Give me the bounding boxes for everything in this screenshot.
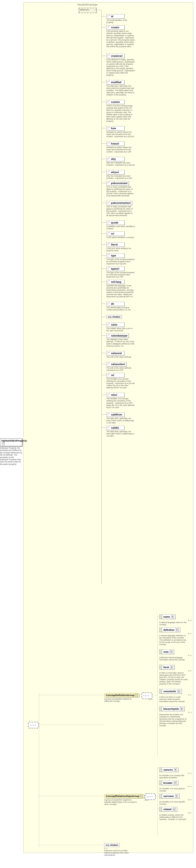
connector [157, 667, 159, 667]
attr-label: why [111, 158, 116, 160]
attr-head[interactable]: literal [106, 242, 125, 247]
elem-head[interactable]: narrower+ [159, 794, 179, 798]
attr-head[interactable]: valueunit [106, 351, 125, 355]
attr-icon [108, 281, 110, 283]
connector [101, 395, 106, 395]
attr-icon [108, 244, 110, 246]
attr-desc: If the attribute is empty, specifies whi… [106, 59, 135, 76]
elem-sameAs: sameAs+ 0..∞ An identifier of a concept … [159, 767, 192, 779]
attr-icon [108, 16, 110, 18]
attr-validto: validto The date (and, optionally, the t… [106, 426, 149, 437]
elem-head[interactable]: broader+ [159, 780, 178, 785]
root-element-name[interactable]: rightsInfoExtProperty− [0, 438, 22, 446]
attr-desc: A free-text value assigned as property v… [106, 247, 135, 252]
concept-definition-group[interactable]: ConceptDefinitionGroup− [104, 693, 139, 698]
attr-head[interactable]: validto [106, 426, 125, 430]
expand-icon[interactable]: + [175, 795, 178, 798]
attr-label: howuri [111, 142, 119, 145]
attr-desc: Why the metadata has been included - exp… [106, 162, 135, 166]
attr-head[interactable]: why [106, 157, 125, 161]
expand-icon[interactable]: + [174, 781, 177, 784]
concept-relationships-group[interactable]: ConceptRelationshipsGroup− [104, 794, 144, 798]
elem-stripe [160, 707, 162, 711]
elem-head[interactable]: facet+ [159, 665, 175, 670]
attr-desc: The date (and, optionally, the time) aft… [106, 431, 135, 437]
attr-label: pubconstraint [111, 182, 128, 185]
attr-head[interactable]: type [106, 253, 125, 258]
elem-head[interactable]: note+ [159, 649, 174, 654]
elem-hierarchyInfo: hierarchyInfo+ 0..∞ Represents the posit… [159, 707, 192, 727]
expand-icon[interactable]: + [171, 615, 174, 618]
elem-head[interactable]: remoteInfo+ [159, 689, 182, 693]
expand-icon[interactable]: + [176, 628, 179, 631]
attr-head[interactable]: dir [106, 302, 125, 306]
attr-head[interactable]: reluri [106, 393, 125, 397]
attr-desc: The date (and, optionally, the time) bef… [106, 417, 135, 424]
elem-card: 0..∞ [159, 711, 192, 713]
attr-head[interactable]: creatoruri [106, 54, 125, 58]
elem-stripe [160, 781, 162, 785]
expand-icon[interactable]: + [180, 707, 183, 710]
attr-label: literal [111, 243, 118, 246]
attr-head[interactable]: qcode [106, 220, 125, 225]
connector [101, 269, 106, 269]
attr-head[interactable]: howuri [106, 142, 125, 146]
expand-icon[interactable]: + [177, 690, 181, 693]
connector [157, 709, 159, 709]
connector [157, 691, 159, 691]
attr-head[interactable]: how [106, 126, 125, 130]
elem-head[interactable]: name+ [159, 614, 175, 619]
elem-desc: Additional natural language information … [159, 656, 188, 661]
attr-head[interactable]: id [106, 14, 125, 19]
attr-head[interactable]: pubconstrainturi [106, 201, 132, 205]
cdg-desc: A group of properites required to define… [104, 698, 137, 702]
elem-label: narrower [163, 795, 174, 798]
attr-head[interactable]: whyuri [106, 170, 125, 175]
attr-xml:lang: xml:lang Specifies the language of this … [106, 280, 149, 298]
elem-head[interactable]: related+ [159, 807, 177, 811]
elem-desc: In NAR 1.8 and later, facet is deprecate… [159, 672, 188, 685]
expand-icon[interactable]: + [170, 665, 173, 669]
attr-icon [108, 81, 110, 84]
attr-pubconstrainturi: pubconstrainturi One or many constraints… [106, 201, 149, 217]
expand-icon[interactable]: + [173, 808, 176, 811]
attr-head[interactable]: valueunituri [106, 362, 126, 366]
elem-label: note [163, 651, 169, 653]
attr-icon [108, 335, 110, 337]
attr-head[interactable]: typeuri [106, 267, 125, 271]
any-ns: ##other [110, 844, 118, 846]
attr-icon [108, 101, 110, 103]
attr-head[interactable]: validfrom [106, 412, 125, 417]
connector [157, 796, 159, 796]
elem-head[interactable]: hierarchyInfo+ [159, 707, 185, 711]
attr-head[interactable]: xml:lang [106, 280, 125, 284]
cdg-spine [157, 614, 158, 757]
attr-desc: The local identifier of the property. [106, 19, 135, 24]
connector [39, 695, 104, 695]
attr-head[interactable]: rel [106, 373, 125, 377]
attr-head[interactable]: uri [106, 231, 125, 236]
expand-icon[interactable]: + [170, 650, 173, 653]
elem-desc: An identifier of a more generic concept. [159, 788, 188, 792]
attr-head[interactable]: custom [106, 100, 125, 104]
attr-label: how [111, 127, 116, 130]
elem-head[interactable]: definition+ [159, 627, 180, 632]
connector [101, 255, 106, 256]
collapse-icon[interactable]: − [140, 795, 142, 798]
collapse-icon[interactable]: − [2, 442, 5, 445]
elem-head[interactable]: sameAs+ [159, 767, 178, 772]
connector [101, 172, 106, 172]
expand-icon[interactable]: + [174, 768, 177, 771]
attr-head[interactable]: pubconstraint [106, 181, 129, 185]
connector [101, 317, 106, 317]
attr-head[interactable]: value [106, 322, 125, 327]
attr-head[interactable]: creator [106, 25, 125, 30]
attr-icon [108, 394, 110, 396]
attr-head[interactable]: valuedatatype [106, 334, 129, 338]
collapse-icon[interactable]: − [135, 694, 138, 696]
attr-head[interactable]: modified [106, 80, 125, 85]
attr-desc: Indicates by which means the value was e… [106, 131, 135, 138]
attr-pubconstraint: pubconstraint One or many constraints th… [106, 181, 149, 197]
elem-related: related+ 0..∞ A related concept, where t… [159, 807, 192, 820]
elem-card: 0..∞ [159, 772, 192, 774]
